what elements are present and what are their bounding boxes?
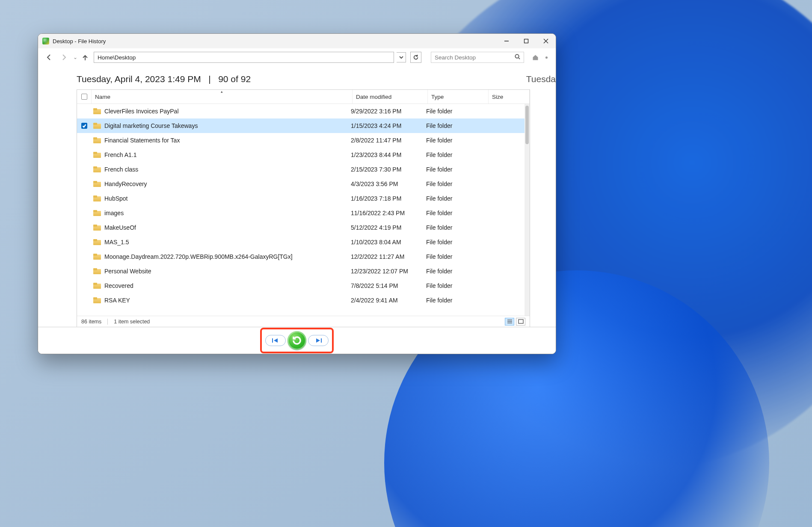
address-bar[interactable]: Home\Desktop [94,52,394,63]
file-history-icon [42,38,49,44]
header-size[interactable]: Size [489,90,530,104]
header-name[interactable]: Name ▴ [92,90,353,104]
folder-icon [93,108,101,114]
next-version-button[interactable] [308,335,329,346]
file-name: CleverFiles Invoices PayPal [104,108,179,115]
table-row[interactable]: MakeUseOf5/12/2022 4:19 PMFile folder [77,220,525,235]
next-version-panel[interactable] [530,89,556,327]
titlebar: Desktop - File History [38,34,556,48]
file-date: 5/12/2022 4:19 PM [347,224,423,231]
folder-icon [93,283,101,289]
folder-icon [93,254,101,260]
header-date[interactable]: Date modified [353,90,428,104]
svg-rect-15 [321,338,322,343]
forward-button[interactable] [58,51,70,63]
settings-icon[interactable] [542,53,551,62]
file-name: Moonage.Daydream.2022.720p.WEBRip.900MB.… [104,253,293,260]
window-title: Desktop - File History [53,38,106,44]
nav-toolbar: ⌄ Home\Desktop Search Desktop [38,48,556,66]
file-name: French class [104,166,138,173]
folder-icon [93,195,101,201]
table-row[interactable]: Financial Statements for Tax2/8/2022 11:… [77,133,525,148]
table-row[interactable]: Recovered7/8/2022 5:14 PMFile folder [77,278,525,293]
table-row[interactable]: Moonage.Daydream.2022.720p.WEBRip.900MB.… [77,249,525,264]
file-date: 1/16/2023 7:18 PM [347,195,423,202]
search-placeholder: Search Desktop [435,54,476,61]
file-type: File folder [423,224,483,231]
icons-view-button[interactable] [516,318,525,326]
previous-version-panel[interactable] [38,89,77,327]
table-row[interactable]: Personal Website12/23/2022 12:07 PMFile … [77,264,525,278]
file-history-window: Desktop - File History ⌄ Home\Desktop [38,33,556,354]
file-type: File folder [423,239,483,246]
file-name: French A1.1 [104,151,137,158]
header-type[interactable]: Type [428,90,489,104]
table-row[interactable]: RSA KEY2/4/2022 9:41 AMFile folder [77,293,525,308]
search-input[interactable]: Search Desktop [431,52,524,63]
file-list: Name ▴ Date modified Type Size CleverFil… [77,89,530,327]
vertical-scrollbar[interactable] [525,104,530,316]
table-row[interactable]: CleverFiles Invoices PayPal9/29/2022 3:1… [77,104,525,118]
version-position: 90 of 92 [218,74,251,84]
up-button[interactable] [81,51,89,63]
table-row[interactable]: Digital marketing Course Takeways1/15/20… [77,118,525,133]
svg-rect-11 [519,320,523,323]
file-date: 1/23/2023 8:44 PM [347,151,423,158]
file-date: 7/8/2022 5:14 PM [347,282,423,289]
folder-icon [93,297,101,303]
file-name: Personal Website [104,268,151,275]
version-header: Tuesday, April 4, 2023 1:49 PM | 90 of 9… [38,66,556,89]
previous-version-button[interactable] [265,335,286,346]
address-dropdown[interactable] [397,52,406,62]
file-name: MakeUseOf [104,224,136,231]
maximize-button[interactable] [516,34,536,48]
header-checkbox[interactable] [77,90,92,104]
file-date: 2/8/2022 11:47 PM [347,137,423,144]
refresh-button[interactable] [410,52,421,63]
address-text: Home\Desktop [98,54,136,61]
details-view-button[interactable] [505,318,514,326]
file-type: File folder [423,195,483,202]
folder-icon [93,210,101,216]
folder-icon [93,268,101,274]
file-type: File folder [423,253,483,260]
file-type: File folder [423,268,483,275]
close-button[interactable] [536,34,556,48]
file-name: Financial Statements for Tax [104,137,180,144]
file-date: 11/16/2022 2:43 PM [347,210,423,216]
file-name: MAS_1.5 [104,239,129,246]
file-date: 2/4/2022 9:41 AM [347,297,423,304]
sort-asc-icon: ▴ [221,89,223,94]
scrollbar-thumb[interactable] [525,106,529,144]
table-row[interactable]: HubSpot1/16/2023 7:18 PMFile folder [77,191,525,206]
restore-button[interactable] [287,331,306,350]
minimize-button[interactable] [497,34,516,48]
back-button[interactable] [43,51,55,63]
file-date: 1/10/2023 8:04 AM [347,239,423,246]
status-bar: 86 items 1 item selected [77,316,530,327]
version-timestamp: Tuesday, April 4, 2023 1:49 PM [77,74,201,84]
history-controls [38,327,556,354]
folder-icon [93,225,101,231]
column-headers: Name ▴ Date modified Type Size [77,90,530,104]
home-icon[interactable] [531,53,539,62]
folder-icon [93,152,101,158]
file-date: 9/29/2022 3:16 PM [347,108,423,115]
svg-marker-14 [316,338,320,343]
file-name: HandyRecovery [104,181,147,187]
highlight-annotation [260,328,334,353]
folder-icon [93,166,101,172]
table-row[interactable]: MAS_1.51/10/2023 8:04 AMFile folder [77,235,525,249]
file-type: File folder [423,122,483,129]
table-row[interactable]: French A1.11/23/2023 8:44 PMFile folder [77,148,525,162]
folder-icon [93,181,101,187]
file-type: File folder [423,166,483,173]
row-checkbox[interactable] [81,123,87,129]
table-row[interactable]: images11/16/2022 2:43 PMFile folder [77,206,525,220]
table-row[interactable]: HandyRecovery4/3/2023 3:56 PMFile folder [77,177,525,191]
file-type: File folder [423,282,483,289]
table-row[interactable]: French class2/15/2023 7:30 PMFile folder [77,162,525,177]
file-type: File folder [423,297,483,304]
recent-locations-caret[interactable]: ⌄ [73,54,77,60]
svg-rect-12 [272,338,273,343]
